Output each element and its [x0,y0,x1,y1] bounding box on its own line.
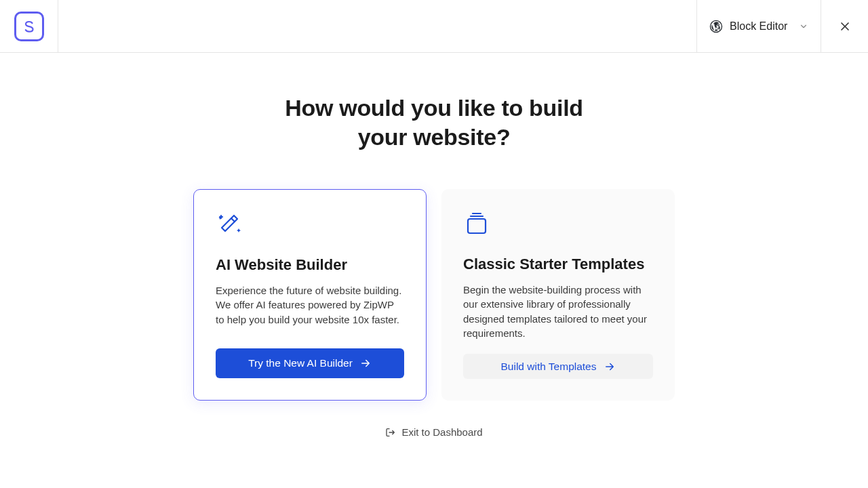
magic-wand-icon [216,211,243,239]
arrow-right-icon [604,361,616,373]
build-with-templates-label: Build with Templates [500,361,596,373]
main-content: How would you like to build your website… [0,53,868,438]
close-icon [838,20,852,33]
page-heading: How would you like to build your website… [258,94,610,151]
arrow-right-icon [359,357,372,369]
build-with-templates-button[interactable]: Build with Templates [463,354,653,379]
try-ai-builder-button[interactable]: Try the New AI Builder [216,348,404,378]
svg-line-2 [231,218,235,222]
logo-cell [0,0,58,52]
app-logo[interactable] [14,12,44,41]
card-classic-desc: Begin the website-building process with … [463,283,653,340]
try-ai-builder-label: Try the New AI Builder [248,357,353,369]
card-ai-desc: Experience the future of website buildin… [216,283,404,335]
exit-label: Exit to Dashboard [401,426,482,438]
templates-stack-icon [463,211,490,238]
card-classic-title: Classic Starter Templates [463,256,653,273]
top-bar: Block Editor [0,0,868,53]
close-button[interactable] [821,0,868,52]
exit-icon [385,427,396,438]
card-ai-builder[interactable]: AI Website Builder Experience the future… [193,189,427,401]
option-cards: AI Website Builder Experience the future… [193,189,675,401]
exit-to-dashboard-link[interactable]: Exit to Dashboard [385,426,482,438]
card-classic-templates[interactable]: Classic Starter Templates Begin the webs… [441,189,675,401]
logo-s-icon [21,18,37,35]
card-ai-title: AI Website Builder [216,256,404,274]
chevron-down-icon [799,22,808,31]
wordpress-icon [709,20,723,33]
editor-selector[interactable]: Block Editor [696,0,821,52]
editor-selector-label: Block Editor [730,20,792,33]
